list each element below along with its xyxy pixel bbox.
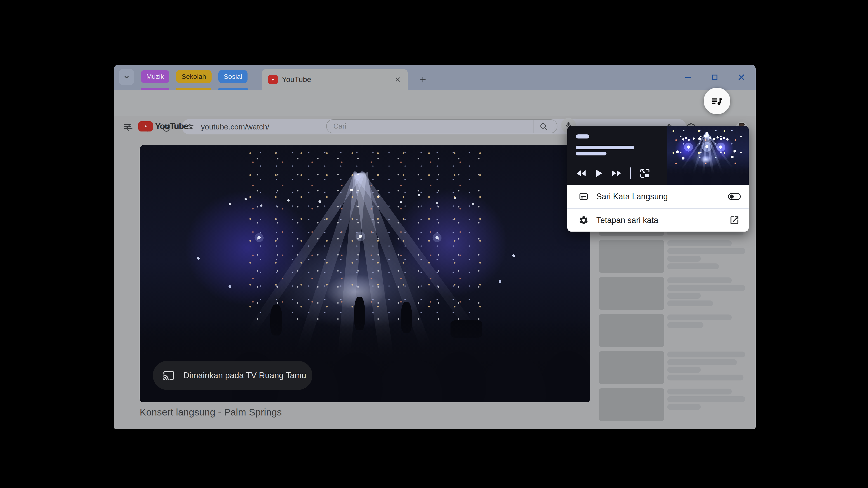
picture-in-picture-icon <box>640 168 650 179</box>
menu-button[interactable] <box>122 121 132 132</box>
skeleton-line <box>667 375 743 381</box>
cast-status-overlay: Dimainkan pada TV Ruang Tamu <box>153 361 312 390</box>
tab-group-chip-sosial[interactable]: Sosial <box>218 70 248 83</box>
screenshot-stage: MuzikSekolahSosial YouTube <box>0 0 868 488</box>
skeleton-thumbnail <box>599 232 664 236</box>
skeleton-line <box>667 232 743 235</box>
skeleton-thumbnail <box>599 351 664 384</box>
video-player[interactable]: Dimainkan pada TV Ruang Tamu <box>140 145 590 402</box>
skeleton-list-item <box>599 388 748 421</box>
plus-icon <box>419 76 427 84</box>
tab-group-underline <box>218 88 248 90</box>
media-playlist-icon <box>710 94 723 107</box>
chevron-down-icon <box>123 73 130 81</box>
skeleton-line <box>667 359 737 365</box>
skeleton-line <box>667 396 745 402</box>
skeleton-list-item <box>599 314 748 347</box>
maximize-icon <box>711 73 719 81</box>
minimize-button[interactable] <box>681 70 695 84</box>
search-button[interactable] <box>539 122 549 131</box>
browser-window: MuzikSekolahSosial YouTube <box>114 65 756 429</box>
skeleton-line <box>667 389 732 394</box>
confetti <box>248 150 482 320</box>
window-controls <box>681 65 756 90</box>
caption-settings-row[interactable]: Tetapan sari kata <box>567 209 749 232</box>
media-controls-button[interactable] <box>704 88 730 114</box>
picture-in-picture-button[interactable] <box>640 168 650 179</box>
tab-group-chip-muzik[interactable]: Muzik <box>141 70 169 83</box>
gear-icon <box>579 215 589 225</box>
media-artwork <box>667 126 749 185</box>
tab-search-button[interactable] <box>119 69 134 85</box>
tab-close-button[interactable] <box>393 74 403 85</box>
skeleton-line <box>667 352 745 357</box>
caption-settings-label: Tetapan sari kata <box>596 216 658 225</box>
hamburger-icon <box>123 122 132 131</box>
maximize-button[interactable] <box>708 70 722 84</box>
skeleton-line <box>667 278 732 283</box>
skeleton-thumbnail <box>599 277 664 310</box>
search-icon <box>539 122 548 131</box>
close-window-button[interactable] <box>735 70 748 84</box>
tab-group-underline <box>141 88 169 90</box>
video-title: Konsert langsung - Palm Springs <box>140 407 282 418</box>
play-button[interactable] <box>595 169 602 177</box>
controls-divider <box>630 167 631 179</box>
rewind-icon <box>576 169 586 177</box>
skeleton-line <box>667 300 713 306</box>
tab-strip: MuzikSekolahSosial YouTube <box>114 65 756 90</box>
skeleton-line <box>667 293 701 299</box>
next-track-button[interactable] <box>611 169 622 177</box>
live-caption-icon <box>579 192 589 201</box>
media-title-placeholder <box>576 146 634 149</box>
search-input[interactable]: Cari <box>326 119 557 133</box>
global-media-controls-popup: Sari Kata Langsung Tetapan sari kata <box>567 126 749 232</box>
minimize-icon <box>684 73 692 81</box>
skeleton-line <box>667 367 701 373</box>
search-placeholder: Cari <box>333 120 346 133</box>
skeleton-thumbnail <box>599 388 664 421</box>
youtube-logo-text: YouTube <box>155 122 188 131</box>
toggle-off <box>728 193 741 200</box>
search-divider <box>533 120 533 133</box>
skeleton-list-item <box>599 240 748 273</box>
youtube-logo-icon <box>138 121 153 131</box>
skeleton-line <box>667 404 701 410</box>
fast-forward-icon <box>611 169 622 177</box>
skeleton-thumbnail <box>599 314 664 347</box>
previous-track-button[interactable] <box>576 169 586 177</box>
live-caption-row[interactable]: Sari Kata Langsung <box>567 185 749 208</box>
media-session-card <box>567 126 749 185</box>
tab-youtube[interactable]: YouTube <box>262 69 408 90</box>
skeleton-line <box>667 315 732 320</box>
skeleton-line <box>667 256 701 262</box>
close-icon <box>395 76 401 83</box>
skeleton-item-partial <box>599 232 748 236</box>
skeleton-line <box>667 285 745 291</box>
skeleton-line <box>667 263 719 269</box>
tab-group-chips: MuzikSekolahSosial <box>141 70 248 83</box>
skeleton-list-item <box>599 351 748 384</box>
skeleton-line <box>667 248 745 254</box>
live-caption-toggle[interactable] <box>728 192 741 201</box>
media-source-placeholder <box>576 134 589 138</box>
browser-toolbar: youtube.com/watch/ <box>114 90 756 116</box>
youtube-logo[interactable]: YouTube <box>138 121 188 132</box>
live-caption-label: Sari Kata Langsung <box>596 192 668 201</box>
open-caption-settings[interactable] <box>728 215 741 225</box>
tab-group-underline <box>176 88 211 90</box>
open-in-new-icon <box>729 215 740 225</box>
skeleton-line <box>667 240 732 246</box>
play-icon <box>595 169 602 177</box>
media-artist-placeholder <box>576 152 607 156</box>
skeleton-thumbnail <box>599 240 664 273</box>
new-tab-button[interactable] <box>416 73 430 86</box>
related-videos-skeleton <box>599 232 748 421</box>
youtube-favicon <box>268 75 278 84</box>
media-playback-controls <box>576 167 650 179</box>
skeleton-list-item <box>599 277 748 310</box>
tab-group-chip-sekolah[interactable]: Sekolah <box>176 70 211 83</box>
close-icon <box>737 73 746 82</box>
skeleton-line <box>667 322 704 328</box>
cast-icon <box>163 370 174 381</box>
